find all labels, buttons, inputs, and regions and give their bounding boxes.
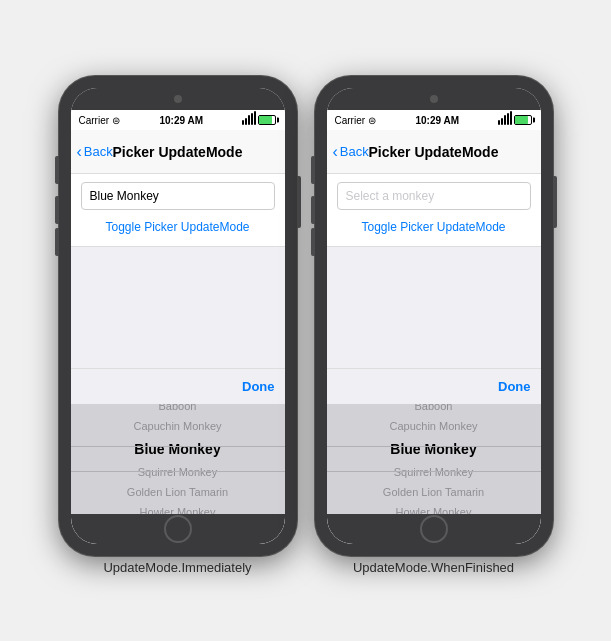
phone-container-immediately: Carrier⊜10:29 AM‹BackPicker UpdateModeBl… [59,76,297,556]
status-left-immediately: Carrier⊜ [79,115,121,126]
spacer-whenfinished [327,247,541,368]
labels-row: UpdateMode.ImmediatelyUpdateMode.WhenFin… [0,556,611,585]
iphone-bottom-whenfinished [327,514,541,544]
picker-items-immediately: BaboonCapuchin MonkeyBlue MonkeySquirrel… [71,404,285,514]
signal-bars-immediately [242,115,256,125]
picker-item-immediately-4[interactable]: Golden Lion Tamarin [71,482,285,502]
signal-bars-whenfinished [498,115,512,125]
iphone-top-whenfinished [327,88,541,110]
carrier-immediately: Carrier [79,115,110,126]
picker-whenfinished[interactable]: BaboonCapuchin MonkeyBlue MonkeySquirrel… [327,404,541,514]
battery-immediately [258,115,276,125]
wifi-icon-whenfinished: ⊜ [368,115,376,126]
toggle-link-immediately[interactable]: Toggle Picker UpdateMode [81,216,275,238]
nav-bar-immediately: ‹BackPicker UpdateMode [71,130,285,174]
iphone-inner-whenfinished: Carrier⊜10:29 AM‹BackPicker UpdateModeSe… [327,88,541,544]
back-button-immediately[interactable]: ‹Back [77,144,113,160]
picker-items-whenfinished: BaboonCapuchin MonkeyBlue MonkeySquirrel… [327,404,541,514]
phones-row: Carrier⊜10:29 AM‹BackPicker UpdateModeBl… [49,56,563,556]
back-button-whenfinished[interactable]: ‹Back [333,144,369,160]
text-field-immediately[interactable]: Blue Monkey [81,182,275,210]
picker-item-whenfinished-3[interactable]: Squirrel Monkey [327,462,541,482]
nav-title-whenfinished: Picker UpdateMode [369,144,499,160]
screen-content-immediately: Blue MonkeyToggle Picker UpdateModeDoneB… [71,174,285,514]
text-field-whenfinished[interactable]: Select a monkey [337,182,531,210]
iphone-whenfinished: Carrier⊜10:29 AM‹BackPicker UpdateModeSe… [315,76,553,556]
done-button-immediately[interactable]: Done [242,379,275,394]
done-bar-whenfinished: Done [327,368,541,404]
nav-bar-whenfinished: ‹BackPicker UpdateMode [327,130,541,174]
camera-immediately [174,95,182,103]
done-bar-immediately: Done [71,368,285,404]
status-right-whenfinished [498,115,532,125]
iphone-inner-immediately: Carrier⊜10:29 AM‹BackPicker UpdateModeBl… [71,88,285,544]
back-label-whenfinished: Back [340,144,369,159]
picker-item-immediately-5[interactable]: Howler Monkey [71,502,285,514]
status-left-whenfinished: Carrier⊜ [335,115,377,126]
carrier-whenfinished: Carrier [335,115,366,126]
status-bar-immediately: Carrier⊜10:29 AM [71,110,285,130]
phone-container-whenfinished: Carrier⊜10:29 AM‹BackPicker UpdateModeSe… [315,76,553,556]
phone-caption-immediately: UpdateMode.Immediately [59,560,297,575]
picker-immediately[interactable]: BaboonCapuchin MonkeyBlue MonkeySquirrel… [71,404,285,514]
picker-item-immediately-1[interactable]: Capuchin Monkey [71,416,285,436]
iphone-immediately: Carrier⊜10:29 AM‹BackPicker UpdateModeBl… [59,76,297,556]
spacer-immediately [71,247,285,368]
status-time-immediately: 10:29 AM [160,115,204,126]
camera-whenfinished [430,95,438,103]
picker-item-whenfinished-1[interactable]: Capuchin Monkey [327,416,541,436]
card-area-immediately: Blue MonkeyToggle Picker UpdateMode [71,174,285,247]
screen-content-whenfinished: Select a monkeyToggle Picker UpdateModeD… [327,174,541,514]
card-area-whenfinished: Select a monkeyToggle Picker UpdateMode [327,174,541,247]
status-bar-whenfinished: Carrier⊜10:29 AM [327,110,541,130]
picker-item-whenfinished-4[interactable]: Golden Lion Tamarin [327,482,541,502]
iphone-bottom-immediately [71,514,285,544]
toggle-link-whenfinished[interactable]: Toggle Picker UpdateMode [337,216,531,238]
picker-item-whenfinished-2[interactable]: Blue Monkey [327,436,541,462]
wifi-icon-immediately: ⊜ [112,115,120,126]
phone-caption-whenfinished: UpdateMode.WhenFinished [315,560,553,575]
picker-item-whenfinished-0[interactable]: Baboon [327,404,541,416]
back-chevron-icon-whenfinished: ‹ [333,144,338,160]
done-button-whenfinished[interactable]: Done [498,379,531,394]
status-right-immediately [242,115,276,125]
home-button-whenfinished[interactable] [420,515,448,543]
picker-item-whenfinished-5[interactable]: Howler Monkey [327,502,541,514]
picker-item-immediately-3[interactable]: Squirrel Monkey [71,462,285,482]
picker-item-immediately-2[interactable]: Blue Monkey [71,436,285,462]
back-label-immediately: Back [84,144,113,159]
back-chevron-icon-immediately: ‹ [77,144,82,160]
home-button-immediately[interactable] [164,515,192,543]
picker-item-immediately-0[interactable]: Baboon [71,404,285,416]
status-time-whenfinished: 10:29 AM [416,115,460,126]
nav-title-immediately: Picker UpdateMode [113,144,243,160]
iphone-top-immediately [71,88,285,110]
battery-whenfinished [514,115,532,125]
